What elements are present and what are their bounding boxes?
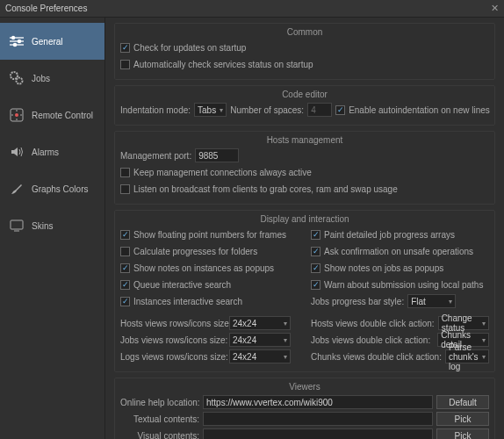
help-input[interactable] bbox=[203, 395, 433, 409]
num-spaces-input[interactable] bbox=[307, 103, 332, 117]
label: Visual contents: bbox=[120, 431, 199, 440]
label: Number of spaces: bbox=[230, 105, 304, 115]
sidebar-item-alarms[interactable]: Alarms bbox=[0, 133, 104, 170]
label: Online help location: bbox=[120, 398, 199, 407]
label: Ask confirmation on unsafe operations bbox=[324, 247, 473, 256]
section-title: Viewers bbox=[120, 382, 489, 392]
indent-mode-select[interactable]: Tabs▾ bbox=[194, 103, 227, 117]
bar-style-select[interactable]: Flat▾ bbox=[407, 294, 456, 308]
section-title: Common bbox=[120, 27, 489, 37]
checkbox-notes-instances[interactable] bbox=[120, 263, 130, 273]
label: Paint detailed job progress arrays bbox=[324, 230, 455, 240]
sidebar-item-skins[interactable]: Skins bbox=[0, 207, 104, 244]
label: Keep management connections always activ… bbox=[133, 168, 312, 177]
label: Warn about submission using local paths bbox=[324, 280, 483, 290]
chevron-down-icon: ▾ bbox=[482, 353, 486, 361]
chevron-down-icon: ▾ bbox=[284, 336, 287, 344]
default-button[interactable]: Default bbox=[436, 395, 489, 409]
svg-rect-10 bbox=[11, 220, 23, 229]
pick-button[interactable]: Pick bbox=[436, 412, 489, 426]
content: Common Check for updates on startup Auto… bbox=[105, 18, 504, 439]
sidebar-item-label: Alarms bbox=[32, 148, 59, 157]
logs-size-select[interactable]: 24x24▾ bbox=[229, 349, 291, 363]
checkbox-keep-active[interactable] bbox=[120, 168, 130, 177]
touch-icon bbox=[9, 107, 25, 123]
checkbox-instances-search[interactable] bbox=[120, 297, 130, 306]
checkbox-queue-search[interactable] bbox=[120, 280, 130, 290]
mgmt-port-input[interactable] bbox=[195, 148, 239, 162]
jobs-size-select[interactable]: 24x24▾ bbox=[229, 333, 291, 347]
section-hosts: Hosts management Management port: Keep m… bbox=[114, 131, 495, 205]
visual-input[interactable] bbox=[203, 428, 433, 439]
sliders-icon bbox=[9, 33, 25, 49]
sidebar-item-graphs[interactable]: Graphs Colors bbox=[0, 170, 104, 207]
label: Instances interactive search bbox=[133, 297, 242, 306]
textual-input[interactable] bbox=[203, 412, 433, 426]
svg-point-7 bbox=[17, 78, 23, 84]
checkbox-services[interactable] bbox=[120, 60, 130, 69]
checkbox-float[interactable] bbox=[120, 230, 130, 240]
titlebar: Console Preferences ✕ bbox=[0, 0, 504, 18]
sidebar: General Jobs Remote Control Alarms Graph… bbox=[0, 18, 105, 439]
label: Calculate progresses for folders bbox=[133, 247, 257, 256]
checkbox-calc-progress[interactable] bbox=[120, 247, 130, 256]
sidebar-item-remote[interactable]: Remote Control bbox=[0, 97, 104, 133]
checkbox-listen-broadcast[interactable] bbox=[120, 184, 130, 194]
main: General Jobs Remote Control Alarms Graph… bbox=[0, 18, 504, 439]
section-title: Display and interaction bbox=[120, 214, 489, 224]
label: Chunks views double click action: bbox=[311, 352, 442, 362]
sidebar-item-general[interactable]: General bbox=[0, 23, 104, 60]
hosts-size-select[interactable]: 24x24▾ bbox=[229, 316, 291, 330]
speaker-icon bbox=[9, 144, 25, 160]
sidebar-item-label: Skins bbox=[32, 221, 53, 231]
svg-point-4 bbox=[18, 40, 20, 42]
chevron-down-icon: ▾ bbox=[482, 320, 486, 327]
label: Hosts views double click action: bbox=[311, 319, 435, 328]
label: Show notes on jobs as popups bbox=[324, 263, 443, 273]
section-title: Code editor bbox=[120, 90, 489, 99]
label: Jobs views rows/icons size: bbox=[120, 335, 226, 345]
section-title: Hosts management bbox=[120, 135, 489, 145]
label: Listen on broadcast from clients to grab… bbox=[133, 184, 398, 194]
sidebar-item-jobs[interactable]: Jobs bbox=[0, 60, 104, 97]
label: Enable autoindentation on new lines bbox=[349, 105, 490, 115]
sidebar-item-label: Remote Control bbox=[32, 111, 93, 120]
brush-icon bbox=[9, 181, 25, 197]
checkbox-warn-local[interactable] bbox=[311, 280, 320, 290]
label: Hosts views rows/icons size: bbox=[120, 319, 226, 328]
close-icon[interactable]: ✕ bbox=[491, 3, 499, 14]
svg-point-3 bbox=[11, 36, 14, 39]
label: Check for updates on startup bbox=[133, 43, 246, 53]
label: Management port: bbox=[120, 151, 191, 161]
checkbox-updates[interactable] bbox=[120, 43, 130, 53]
chunks-dbl-select[interactable]: Parse chunk's log▾ bbox=[445, 349, 489, 363]
checkbox-paint-arrays[interactable] bbox=[311, 230, 320, 240]
label: Textual contents: bbox=[120, 414, 199, 424]
chevron-down-icon: ▾ bbox=[284, 353, 287, 361]
sidebar-item-label: Jobs bbox=[32, 74, 50, 83]
window-title: Console Preferences bbox=[5, 4, 87, 13]
chevron-down-icon: ▾ bbox=[449, 298, 452, 306]
label: Jobs views double click action: bbox=[311, 335, 430, 345]
label: Show notes on instances as popups bbox=[133, 263, 274, 273]
sidebar-item-label: General bbox=[32, 37, 63, 47]
sidebar-item-label: Graphs Colors bbox=[32, 184, 88, 194]
hosts-dbl-select[interactable]: Change status▾ bbox=[438, 316, 489, 330]
monitor-icon bbox=[9, 218, 25, 234]
label: Queue interactive search bbox=[133, 280, 231, 290]
chevron-down-icon: ▾ bbox=[482, 336, 486, 344]
label: Automatically check services status on s… bbox=[133, 60, 313, 69]
section-code: Code editor Indentation mode: Tabs▾ Numb… bbox=[114, 85, 495, 126]
checkbox-autoindent[interactable] bbox=[335, 105, 345, 115]
svg-point-5 bbox=[13, 43, 16, 46]
label: Jobs progress bar style: bbox=[311, 297, 404, 306]
gears-icon bbox=[9, 70, 25, 86]
checkbox-notes-jobs[interactable] bbox=[311, 263, 320, 273]
label: Indentation mode: bbox=[120, 105, 191, 115]
checkbox-ask-confirm[interactable] bbox=[311, 247, 320, 256]
chevron-down-icon: ▾ bbox=[220, 106, 223, 114]
pick-button[interactable]: Pick bbox=[436, 428, 489, 439]
section-display: Display and interaction Show floating po… bbox=[114, 210, 495, 372]
svg-point-6 bbox=[11, 72, 18, 79]
label: Show floating point numbers for frames bbox=[133, 230, 286, 240]
